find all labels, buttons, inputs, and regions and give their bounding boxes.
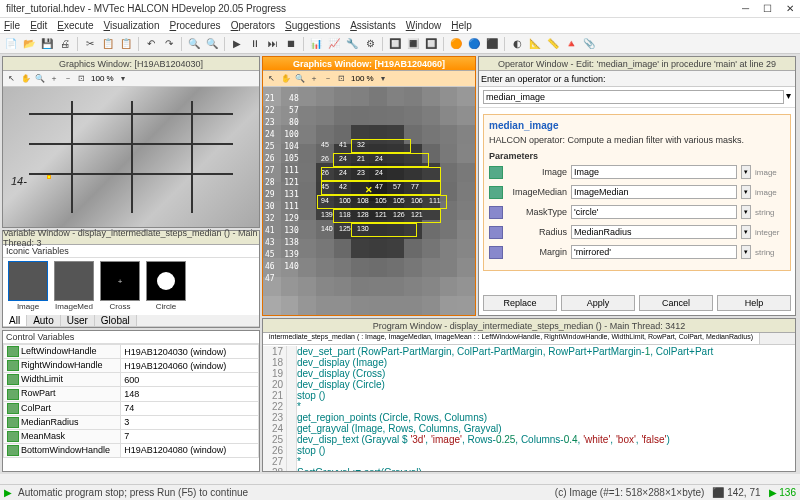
table-row[interactable]: WidthLimit600 <box>4 373 259 387</box>
chevron-down-icon[interactable]: ▾ <box>377 72 390 85</box>
toolbar-button[interactable]: 📂 <box>21 36 37 52</box>
zoomin-icon[interactable]: ＋ <box>307 72 320 85</box>
chevron-down-icon[interactable]: ▾ <box>786 90 791 104</box>
menu-file[interactable]: File <box>4 20 20 31</box>
gw1-title[interactable]: Graphics Window: [H19AB1204030] <box>3 57 259 71</box>
param-input[interactable] <box>571 165 737 179</box>
fit-icon[interactable]: ⊡ <box>75 72 88 85</box>
toolbar-button[interactable]: 💾 <box>39 36 55 52</box>
hand-icon[interactable]: ✋ <box>279 72 292 85</box>
operator-combo[interactable] <box>483 90 784 104</box>
table-row[interactable]: MedianRadius3 <box>4 415 259 429</box>
code-line[interactable]: 20dev_display (Circle) <box>263 379 795 390</box>
varw-title[interactable]: Variable Window - display_intermediate_s… <box>3 231 259 245</box>
toolbar-button[interactable]: 📈 <box>326 36 342 52</box>
code-line[interactable]: 19dev_display (Cross) <box>263 368 795 379</box>
toolbar-button[interactable]: 🟠 <box>448 36 464 52</box>
chevron-down-icon[interactable]: ▾ <box>741 205 751 219</box>
menu-help[interactable]: Help <box>451 20 472 31</box>
table-row[interactable]: LeftWindowHandleH19AB1204030 (window) <box>4 345 259 359</box>
menu-suggestions[interactable]: Suggestions <box>285 20 340 31</box>
toolbar-button[interactable]: 🔵 <box>466 36 482 52</box>
table-row[interactable]: RowPart148 <box>4 387 259 401</box>
pointer-icon[interactable]: ↖ <box>5 72 18 85</box>
toolbar-button[interactable]: 📄 <box>3 36 19 52</box>
toolbar-button[interactable]: 🖨 <box>57 36 73 52</box>
toolbar-button[interactable]: ⏹ <box>283 36 299 52</box>
chevron-down-icon[interactable]: ▾ <box>741 245 751 259</box>
param-input[interactable] <box>571 185 737 199</box>
tab-all[interactable]: All <box>3 315 27 326</box>
table-row[interactable]: MeanMask7 <box>4 429 259 443</box>
toolbar-button[interactable]: 📎 <box>581 36 597 52</box>
code-line[interactable]: 17dev_set_part (RowPart-PartMargin, ColP… <box>263 346 795 357</box>
toolbar-button[interactable]: 🔧 <box>344 36 360 52</box>
param-input[interactable] <box>571 225 737 239</box>
chevron-down-icon[interactable]: ▾ <box>117 72 130 85</box>
zoomin-icon[interactable]: ＋ <box>47 72 60 85</box>
toolbar-button[interactable]: ⚙ <box>362 36 378 52</box>
code-line[interactable]: 23get_region_points (Circle, Rows, Colum… <box>263 412 795 423</box>
table-row[interactable]: BottomWindowHandleH19AB1204080 (window) <box>4 443 259 457</box>
toolbar-button[interactable]: ✂ <box>82 36 98 52</box>
menu-assistants[interactable]: Assistants <box>350 20 396 31</box>
code-line[interactable]: 27* <box>263 456 795 467</box>
zoomout-icon[interactable]: － <box>321 72 334 85</box>
menu-visualization[interactable]: Visualization <box>104 20 160 31</box>
thumbnail[interactable]: Cross <box>98 261 142 311</box>
thumbnail[interactable]: Image <box>6 261 50 311</box>
table-row[interactable]: RightWindowHandleH19AB1204060 (window) <box>4 359 259 373</box>
gw1-image[interactable]: 14- <box>3 87 259 227</box>
param-input[interactable] <box>571 245 737 259</box>
help-button[interactable]: Help <box>717 295 791 311</box>
toolbar-button[interactable]: ◐ <box>509 36 525 52</box>
chevron-down-icon[interactable]: ▾ <box>741 185 751 199</box>
menu-operators[interactable]: Operators <box>231 20 275 31</box>
toolbar-button[interactable]: ▶ <box>229 36 245 52</box>
toolbar-button[interactable]: ⬛ <box>484 36 500 52</box>
tab-procedure[interactable]: intermediate_steps_median ( : Image, Ima… <box>263 333 760 344</box>
close-button[interactable]: ✕ <box>786 3 794 14</box>
code-editor[interactable]: 17dev_set_part (RowPart-PartMargin, ColP… <box>263 345 795 471</box>
code-line[interactable]: 18dev_display (Image) <box>263 357 795 368</box>
minimize-button[interactable]: ─ <box>742 3 749 14</box>
hand-icon[interactable]: ✋ <box>19 72 32 85</box>
opw-title[interactable]: Operator Window - Edit: 'median_image' i… <box>479 57 795 71</box>
thumbnail[interactable]: Circle <box>144 261 188 311</box>
code-line[interactable]: 25dev_disp_text (Grayval $ '3d', 'image'… <box>263 434 795 445</box>
table-row[interactable]: ColPart74 <box>4 401 259 415</box>
code-line[interactable]: 28SortGrayval := sort(Grayval) <box>263 467 795 471</box>
code-line[interactable]: 26stop () <box>263 445 795 456</box>
thumbnail[interactable]: ImageMed <box>52 261 96 311</box>
menu-procedures[interactable]: Procedures <box>169 20 220 31</box>
chevron-down-icon[interactable]: ▾ <box>741 225 751 239</box>
tab-user[interactable]: User <box>61 315 95 326</box>
zoom-icon[interactable]: 🔍 <box>293 72 306 85</box>
tab-auto[interactable]: Auto <box>27 315 61 326</box>
zoom-icon[interactable]: 🔍 <box>33 72 46 85</box>
toolbar-button[interactable]: 📐 <box>527 36 543 52</box>
toolbar-button[interactable]: 🔺 <box>563 36 579 52</box>
menu-edit[interactable]: Edit <box>30 20 47 31</box>
chevron-down-icon[interactable]: ▾ <box>741 165 751 179</box>
toolbar-button[interactable]: 📋 <box>118 36 134 52</box>
toolbar-button[interactable]: 📋 <box>100 36 116 52</box>
toolbar-button[interactable]: 🔲 <box>423 36 439 52</box>
cvw-table-wrap[interactable]: LeftWindowHandleH19AB1204030 (window)Rig… <box>3 344 259 471</box>
toolbar-button[interactable]: ⏭ <box>265 36 281 52</box>
toolbar-button[interactable]: ⏸ <box>247 36 263 52</box>
tab-global[interactable]: Global <box>95 315 137 326</box>
toolbar-button[interactable]: 📏 <box>545 36 561 52</box>
code-line[interactable]: 22* <box>263 401 795 412</box>
toolbar-button[interactable]: 🔳 <box>405 36 421 52</box>
param-input[interactable] <box>571 205 737 219</box>
toolbar-button[interactable]: ↶ <box>143 36 159 52</box>
menu-window[interactable]: Window <box>406 20 442 31</box>
toolbar-button[interactable]: 🔍 <box>204 36 220 52</box>
toolbar-button[interactable]: 🔍 <box>186 36 202 52</box>
pointer-icon[interactable]: ↖ <box>265 72 278 85</box>
code-line[interactable]: 21stop () <box>263 390 795 401</box>
gw2-title[interactable]: Graphics Window: [H19AB1204060] <box>263 57 475 71</box>
apply-button[interactable]: Apply <box>561 295 635 311</box>
gw2-pixel-view[interactable]: 21 48 22 57 23 80 24 100 25 104 26 105 2… <box>263 87 475 315</box>
